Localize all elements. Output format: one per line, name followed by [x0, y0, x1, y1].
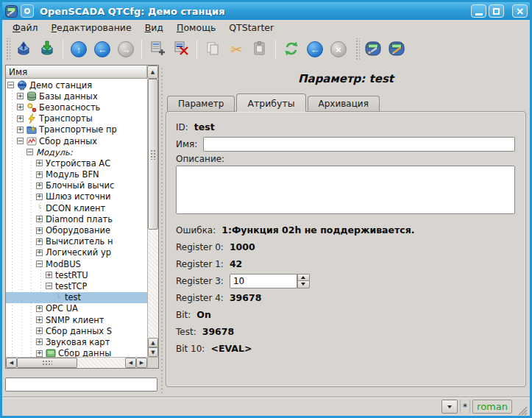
tree-item[interactable]: SNMP клиент	[6, 314, 147, 325]
tree-item-security[interactable]: Безопасность	[6, 102, 147, 113]
save-button[interactable]	[36, 38, 58, 60]
window-title: OpenSCADA QTCfg: Демо станция	[37, 6, 468, 17]
tree-item-daq[interactable]: Сбор данных	[6, 135, 147, 146]
expand-icon[interactable]	[36, 305, 43, 312]
tree-item[interactable]: Вычислитель н	[6, 236, 147, 247]
tree-item-testrtu[interactable]: testRTU	[6, 269, 147, 280]
collapse-icon[interactable]	[17, 138, 24, 144]
expand-icon[interactable]	[36, 238, 43, 245]
scrollbar-left-button[interactable]: ◀	[6, 358, 17, 368]
expand-icon[interactable]	[17, 127, 24, 133]
expand-icon[interactable]	[17, 104, 24, 110]
tree-header[interactable]: Имя	[6, 65, 147, 79]
scrollbar-up-button[interactable]: ▲	[148, 338, 158, 347]
start-button[interactable]: ←	[304, 38, 326, 60]
toolbar-handle[interactable]	[5, 38, 10, 60]
qtstarter-button[interactable]	[386, 38, 408, 60]
horizontal-scrollbar[interactable]: ◀ ◀ ▶	[6, 357, 147, 368]
tab-archiving[interactable]: Архивация	[308, 96, 380, 111]
menu-edit[interactable]: Редактирование	[46, 21, 138, 35]
collapse-icon[interactable]	[36, 261, 43, 267]
qtcfg-button[interactable]	[362, 38, 384, 60]
tree-item-demo-station[interactable]: Демо станция	[6, 79, 147, 91]
paste-button[interactable]	[249, 38, 271, 60]
collapse-icon[interactable]	[26, 149, 33, 155]
tree-item[interactable]: Логический ур	[6, 247, 147, 258]
expand-icon[interactable]	[36, 216, 43, 222]
collapse-icon[interactable]	[7, 82, 14, 88]
expand-icon[interactable]	[36, 183, 43, 189]
tree-item[interactable]: Оборудование	[6, 224, 147, 235]
menu-view[interactable]: Вид	[139, 21, 169, 35]
tree-item[interactable]: Шлюз источни	[6, 191, 147, 202]
collapse-icon[interactable]	[46, 283, 52, 289]
spin-down-button[interactable]	[297, 280, 310, 288]
toolbar-handle[interactable]	[355, 38, 360, 60]
expand-icon[interactable]	[36, 249, 43, 256]
scrollbar-left-button[interactable]: ◀	[125, 358, 136, 368]
copy-button[interactable]	[202, 38, 224, 60]
scrollbar-right-button[interactable]: ▶	[136, 358, 147, 368]
status-combo-button[interactable]	[441, 400, 458, 414]
tree-item-module[interactable]: Модуль:	[6, 146, 147, 157]
scrollbar-down-button[interactable]: ▼	[148, 347, 158, 357]
expand-icon[interactable]	[36, 327, 43, 334]
tree-item[interactable]: DCON клиент	[6, 202, 147, 213]
tab-attributes[interactable]: Атрибуты	[236, 93, 305, 112]
description-textarea[interactable]	[176, 166, 515, 214]
register3-input[interactable]	[230, 274, 297, 288]
tree-item[interactable]: OPC UA	[6, 303, 147, 314]
tab-parameter[interactable]: Параметр	[167, 96, 235, 111]
expand-icon[interactable]	[17, 93, 24, 99]
tree-item[interactable]: Diamond плать	[6, 213, 147, 224]
tree-item-modbus[interactable]: ModBUS	[6, 258, 147, 269]
back-button[interactable]: ←	[91, 38, 113, 60]
minimize-button[interactable]	[471, 4, 486, 18]
forward-button[interactable]: →	[115, 38, 137, 60]
up-button[interactable]: ↑	[68, 38, 90, 60]
cut-button[interactable]: ✂	[225, 38, 247, 60]
tree-item-testtcp[interactable]: testTCP	[6, 280, 147, 291]
vertical-scrollbar[interactable]: ▲ ▼	[147, 79, 158, 357]
menu-help[interactable]: Помощь	[171, 21, 221, 35]
horizontal-scrollbar-thumb[interactable]	[17, 358, 77, 368]
vertical-scrollbar-thumb[interactable]	[148, 79, 158, 230]
register0-label: Register 0:	[176, 242, 224, 252]
tree-item-transports[interactable]: Транспорты	[6, 113, 147, 124]
expand-icon[interactable]	[36, 316, 43, 323]
tree-item[interactable]: Звуковая карт	[6, 336, 147, 347]
maximize-button[interactable]	[489, 4, 504, 18]
name-input[interactable]	[203, 137, 515, 152]
expand-icon[interactable]	[36, 339, 43, 345]
expand-icon[interactable]	[36, 194, 43, 200]
tree-item-databases[interactable]: Базы данных	[6, 91, 147, 102]
expand-icon[interactable]	[46, 272, 52, 278]
menu-qtstarter[interactable]: QTStarter	[223, 21, 280, 35]
expand-icon[interactable]	[36, 227, 43, 234]
tree-item-transport-protocols[interactable]: Транспортные пр	[6, 124, 147, 135]
tree-item[interactable]: Устройства АС	[6, 157, 147, 169]
name-label: Имя:	[176, 139, 197, 149]
menu-file[interactable]: Файл	[7, 21, 44, 35]
expand-icon[interactable]	[17, 116, 24, 122]
tree-item[interactable]: Блочный вычис	[6, 180, 147, 191]
expand-icon[interactable]	[36, 350, 43, 357]
tree-item[interactable]: Модуль BFN	[6, 169, 147, 180]
close-button[interactable]: ×	[512, 4, 528, 18]
window-menu-icon[interactable]	[21, 4, 34, 18]
delete-item-button[interactable]	[170, 38, 192, 60]
tree-filter-input[interactable]	[5, 378, 157, 392]
expand-icon[interactable]	[36, 171, 43, 178]
titlebar[interactable]: OpenSCADA QTCfg: Демо станция ×	[2, 2, 530, 20]
expand-icon[interactable]	[36, 160, 43, 166]
add-item-button[interactable]	[146, 38, 169, 60]
stop-button[interactable]: ×	[327, 38, 350, 60]
load-button[interactable]	[13, 38, 35, 60]
resize-grip[interactable]	[517, 405, 528, 416]
refresh-button[interactable]	[280, 38, 302, 60]
spin-up-button[interactable]	[297, 274, 310, 281]
tree-item[interactable]: Сбор данны	[6, 348, 147, 358]
tree-item[interactable]: Сбор данных S	[6, 325, 147, 336]
tree-item-test-selected[interactable]: test	[6, 292, 147, 303]
scrollbar-up-button[interactable]: ▲	[147, 65, 158, 79]
